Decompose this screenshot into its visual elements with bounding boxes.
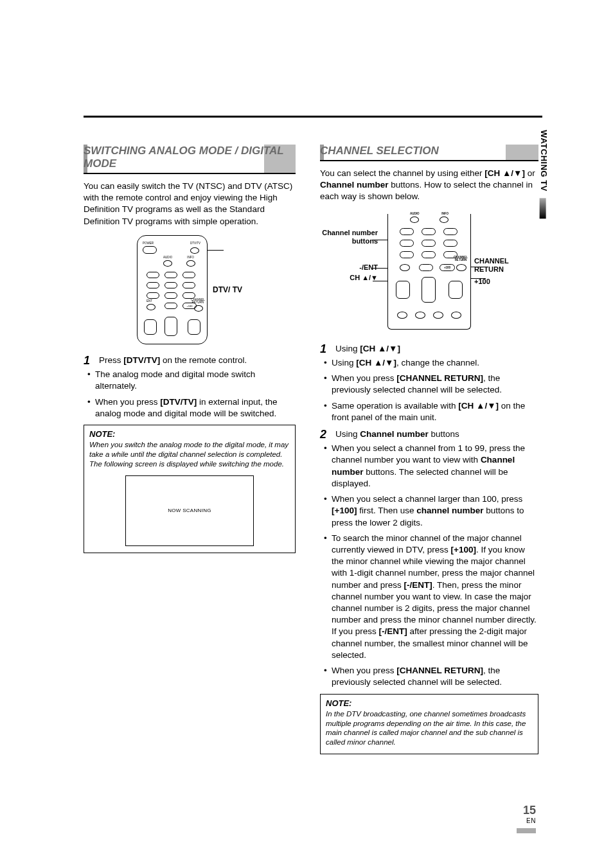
t: When you select a channel larger than 10… xyxy=(332,494,522,504)
note-text: When you switch the analog mode to the d… xyxy=(89,440,290,469)
key-4-icon xyxy=(147,282,159,288)
ent-b-icon xyxy=(400,264,410,271)
sleep-icon xyxy=(433,312,443,319)
t: When you press xyxy=(332,666,396,675)
t: [CH ▲/▼] xyxy=(356,358,396,368)
t: buttons xyxy=(429,429,459,439)
t: When you press xyxy=(95,397,160,407)
key-7-icon xyxy=(147,292,159,299)
t: You can select the channel by using eith… xyxy=(320,168,484,178)
left-section-title: SWITCHING ANALOG MODE / DIGITAL MODE xyxy=(84,145,296,174)
key-2b-icon xyxy=(422,228,436,235)
callout-ent: -/ENT xyxy=(320,263,378,272)
remote-1-callout: DTV/ TV xyxy=(213,285,242,294)
disc-icon xyxy=(397,312,407,319)
step-number: 2 xyxy=(320,429,330,440)
list-item: When you press [CHANNEL RETURN], the pre… xyxy=(332,665,538,688)
list-item: Same operation is available with [CH ▲/▼… xyxy=(332,400,538,423)
step-number: 1 xyxy=(84,355,94,366)
key-0-icon xyxy=(164,303,177,309)
key-6b-icon xyxy=(443,240,458,247)
page-lang: EN xyxy=(517,817,536,824)
key-1-icon xyxy=(147,272,159,278)
remote-diagram-2: Channel number buttons -/ENT CH ▲/▼ AUDI… xyxy=(320,211,538,333)
power-label: POWER xyxy=(143,242,154,245)
callout-plus-100: +100 xyxy=(474,278,538,286)
t: Channel number xyxy=(320,180,389,190)
t: [DTV/TV] xyxy=(160,397,197,407)
footer-mark xyxy=(517,828,536,833)
left-column: SWITCHING ANALOG MODE / DIGITAL MODE You… xyxy=(84,145,296,754)
step-text: Press [DTV/TV] on the remote control. xyxy=(99,355,296,366)
right-step-2: 2 Using Channel number buttons xyxy=(320,429,538,440)
ent-label: ENT xyxy=(147,300,152,303)
columns: SWITCHING ANALOG MODE / DIGITAL MODE You… xyxy=(84,145,542,754)
leader-icon xyxy=(373,281,388,281)
side-tab: WATCHING TV xyxy=(539,130,549,218)
t: Using xyxy=(332,358,356,368)
t: [+100] xyxy=(451,545,476,554)
t: [-/ENT] xyxy=(379,626,407,636)
list-item: When you press [CHANNEL RETURN], the pre… xyxy=(332,373,538,396)
key-1b-icon xyxy=(400,228,414,235)
mute-icon xyxy=(451,312,461,319)
left-note-box: NOTE: When you switch the analog mode to… xyxy=(84,425,296,553)
list-item: When you select a channel from 1 to 99, … xyxy=(332,443,538,490)
ch-rocker-b-icon xyxy=(422,277,436,303)
right-column: CHANNEL SELECTION You can select the cha… xyxy=(320,145,538,754)
t: [CH ▲/▼] xyxy=(360,344,400,353)
t: first. Then use xyxy=(357,506,416,515)
chret-b-icon xyxy=(456,264,466,271)
callout-channel-number: Channel number buttons xyxy=(320,229,378,245)
page-number: 15 xyxy=(517,804,536,817)
key-8b-icon xyxy=(422,251,436,258)
key-5b-icon xyxy=(422,240,436,247)
list-item: When you select a channel larger than 10… xyxy=(332,493,538,529)
t: [CHANNEL RETURN] xyxy=(396,666,483,675)
manual-page: WATCHING TV SWITCHING ANALOG MODE / DIGI… xyxy=(0,0,613,868)
t: The analog mode and digital mode switch … xyxy=(95,369,255,391)
right-section-title: CHANNEL SELECTION xyxy=(320,145,538,161)
leader-line-icon xyxy=(207,250,224,251)
note-text: In the DTV broadcasting, one channel som… xyxy=(326,709,533,748)
t: [CHANNEL RETURN] xyxy=(396,373,483,383)
side-tab-bar xyxy=(540,198,546,218)
list-item: Using [CH ▲/▼], change the channel. xyxy=(332,357,538,369)
info-label-2: INFO xyxy=(441,213,449,216)
list-item: When you press [DTV/TV] in external inpu… xyxy=(95,396,296,420)
remote-2-outline: AUDIO INFO +100 xyxy=(387,214,471,330)
right-bullets-2: When you select a channel from 1 to 99, … xyxy=(320,443,538,688)
t: Channel number xyxy=(360,429,429,439)
vol-rocker-2-icon xyxy=(188,319,200,335)
t: Same operation is available with xyxy=(332,401,458,411)
note-title: NOTE: xyxy=(89,429,290,439)
dtvtv-button-icon xyxy=(190,247,199,254)
top-rule xyxy=(84,116,542,118)
t: Press xyxy=(99,355,123,365)
key-7b-icon xyxy=(400,251,414,258)
audio-button-icon xyxy=(163,260,172,267)
t: [DTV/TV] xyxy=(123,355,160,365)
key-2-icon xyxy=(164,272,177,278)
now-scanning-screen: NOW SCANNING xyxy=(125,475,254,546)
key-5-icon xyxy=(164,282,177,288)
remote-diagram-1: POWER DTV/TV AUDIO INFO xyxy=(84,235,296,344)
key-4b-icon xyxy=(400,240,414,247)
vol-rocker-icon xyxy=(144,319,157,335)
key-100b-icon: +100 xyxy=(440,264,455,271)
key-8-icon xyxy=(164,292,177,299)
t: Using xyxy=(335,344,360,353)
list-item: To search the minor channel of the major… xyxy=(332,533,538,661)
note-title: NOTE: xyxy=(326,698,533,708)
t: [CH ▲/▼] xyxy=(484,168,525,178)
right-intro: You can select the channel by using eith… xyxy=(320,168,538,203)
right-bullets-1: Using [CH ▲/▼], change the channel. When… xyxy=(320,357,538,423)
left-intro: You can easily switch the TV (NTSC) and … xyxy=(84,181,296,227)
screen-text: NOW SCANNING xyxy=(168,508,211,513)
dtvtv-label: DTV/TV xyxy=(190,242,200,245)
info-button-2-icon xyxy=(440,217,449,223)
left-bullets: The analog mode and digital mode switch … xyxy=(84,369,296,420)
right-note-box: NOTE: In the DTV broadcasting, one chann… xyxy=(320,694,538,755)
vol-rocker-b-icon xyxy=(396,281,410,299)
chret-label: CHANNEL RETURN xyxy=(190,299,206,305)
